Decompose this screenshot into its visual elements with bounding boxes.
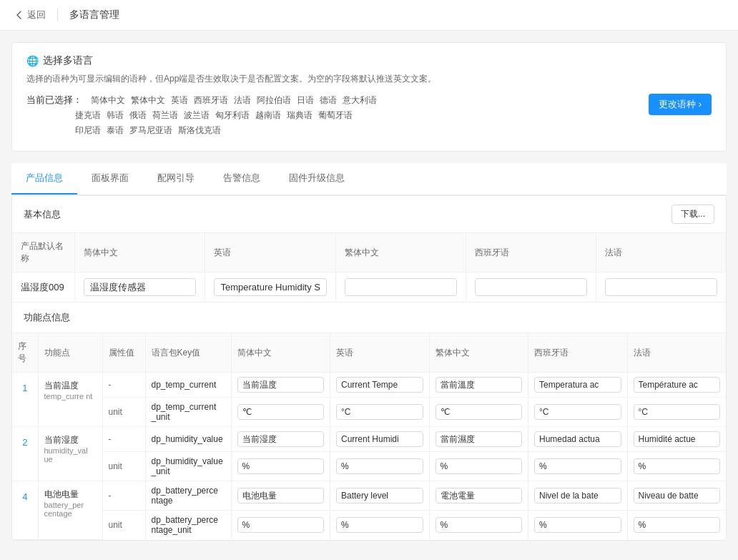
lang-tag: 俄语 [129, 109, 147, 122]
input-zh-tw[interactable] [436, 404, 523, 420]
key-cell: dp_temp_current [145, 373, 231, 398]
input-es[interactable] [534, 377, 621, 393]
input-en[interactable] [336, 431, 423, 447]
input-fr[interactable] [634, 517, 721, 533]
input-en[interactable] [336, 404, 423, 420]
input-zh-cn[interactable] [237, 458, 325, 474]
download-button[interactable]: 下载... [671, 205, 714, 224]
input-es[interactable] [534, 458, 621, 474]
input-fr[interactable] [634, 404, 721, 420]
input-en[interactable] [336, 377, 423, 393]
lang-tag: 捷克语 [75, 109, 101, 122]
func-name-sub: temp_curre nt [44, 392, 97, 401]
input-en-battery-level[interactable] [336, 488, 423, 503]
zh-cn-cell [231, 373, 330, 398]
lang-select-card: 🌐 选择多语言 选择的语种为可显示编辑的语种，但App端是否生效取决于是否配置文… [11, 42, 727, 152]
zh-tw-cell [429, 427, 528, 452]
input-fr[interactable] [634, 458, 721, 474]
basic-fr-cell [596, 272, 726, 303]
func-name-sub: battery_per centage [44, 501, 97, 518]
zh-tw-cell [429, 373, 528, 398]
basic-en-input[interactable] [214, 278, 326, 296]
basic-zh-cn-input[interactable] [84, 278, 196, 296]
fr-cell [627, 481, 726, 511]
input-zh-cn[interactable] [237, 431, 325, 447]
tab-panel-ui[interactable]: 面板界面 [77, 163, 143, 195]
fr-cell [627, 373, 726, 398]
table-row: unit dp_temp_current _unit [12, 398, 726, 427]
col-header-es: 西班牙语 [466, 233, 596, 272]
table-row: 1 当前温度 temp_curre nt - dp_temp_current [12, 373, 726, 398]
back-label: 返回 [27, 9, 46, 21]
lang-tags-row3: 印尼语 泰语 罗马尼亚语 斯洛伐克语 [75, 124, 649, 137]
zh-cn-cell [231, 452, 330, 481]
input-es[interactable] [534, 517, 621, 533]
current-label: 当前已选择： [26, 94, 82, 107]
input-en[interactable] [336, 458, 423, 474]
row-index-2: 2 [12, 427, 38, 481]
input-zh-tw[interactable] [436, 377, 523, 393]
fr-cell [627, 452, 726, 481]
back-button[interactable]: 返回 [14, 9, 46, 21]
attr-cell: - [102, 481, 145, 511]
basic-es-cell [466, 272, 596, 303]
tab-alerts[interactable]: 告警信息 [209, 163, 275, 195]
input-zh-cn[interactable] [237, 488, 325, 503]
lang-tag: 西班牙语 [194, 94, 228, 107]
main-card: 基本信息 下载... 产品默认名称 简体中文 英语 繁体中文 西班牙语 法语 [11, 195, 727, 541]
input-es[interactable] [534, 488, 621, 503]
func-name-sub: humidity_val ue [44, 446, 97, 463]
basic-info-header: 基本信息 下载... [12, 196, 726, 233]
basic-zh-tw-cell [335, 272, 466, 303]
col-header-zh-cn: 简体中文 [75, 233, 205, 272]
zh-tw-cell [429, 398, 528, 427]
back-icon [14, 10, 24, 20]
input-zh-cn[interactable] [237, 377, 325, 393]
product-default-name: 温湿度009 [12, 272, 75, 303]
col-en: 英语 [330, 333, 430, 373]
table-row: unit dp_battery_perce ntage_unit [12, 511, 726, 540]
fr-cell [627, 427, 726, 452]
input-zh-cn[interactable] [237, 404, 325, 420]
key-cell: dp_temp_current _unit [145, 398, 231, 427]
input-fr[interactable] [634, 488, 721, 503]
col-zh-cn: 简体中文 [231, 333, 330, 373]
tab-firmware[interactable]: 固件升级信息 [275, 163, 359, 195]
input-fr[interactable] [634, 431, 721, 447]
tab-network-guide[interactable]: 配网引导 [143, 163, 209, 195]
basic-fr-input[interactable] [605, 278, 717, 296]
input-zh-tw[interactable] [436, 517, 523, 533]
basic-zh-tw-input[interactable] [345, 278, 457, 296]
change-lang-button[interactable]: 更改语种 › [649, 94, 712, 115]
key-cell: dp_battery_perce ntage_unit [145, 511, 231, 540]
tab-product-info[interactable]: 产品信息 [11, 163, 77, 195]
input-es[interactable] [534, 431, 621, 447]
func-name-cell-2: 当前湿度 humidity_val ue [38, 427, 102, 481]
input-fr[interactable] [634, 377, 721, 393]
en-cell [330, 373, 430, 398]
lang-tag: 法语 [234, 94, 251, 107]
lang-tag: 波兰语 [184, 109, 210, 122]
input-zh-cn[interactable] [237, 517, 325, 533]
func-name-cell-1: 当前温度 temp_curre nt [38, 373, 102, 427]
basic-es-input[interactable] [475, 278, 587, 296]
input-zh-tw[interactable] [436, 458, 523, 474]
col-header-fr: 法语 [596, 233, 726, 272]
input-zh-tw[interactable] [436, 488, 523, 503]
zh-tw-cell [429, 481, 528, 511]
input-zh-tw[interactable] [436, 431, 523, 447]
attr-cell: - [102, 427, 145, 452]
zh-tw-cell [429, 511, 528, 540]
tab-bar: 产品信息 面板界面 配网引导 告警信息 固件升级信息 [11, 163, 727, 195]
func-info-header: 功能点信息 [12, 302, 726, 333]
en-cell [330, 427, 430, 452]
zh-cn-cell [231, 481, 330, 511]
input-es[interactable] [534, 404, 621, 420]
input-en[interactable] [336, 517, 423, 533]
col-key: 语言包Key值 [145, 333, 231, 373]
attr-cell: unit [102, 511, 145, 540]
basic-en-cell [205, 272, 335, 303]
row-index-1: 1 [12, 373, 38, 427]
lang-row-3: 印尼语 泰语 罗马尼亚语 斯洛伐克语 [26, 124, 649, 137]
lang-tag: 阿拉伯语 [257, 94, 291, 107]
